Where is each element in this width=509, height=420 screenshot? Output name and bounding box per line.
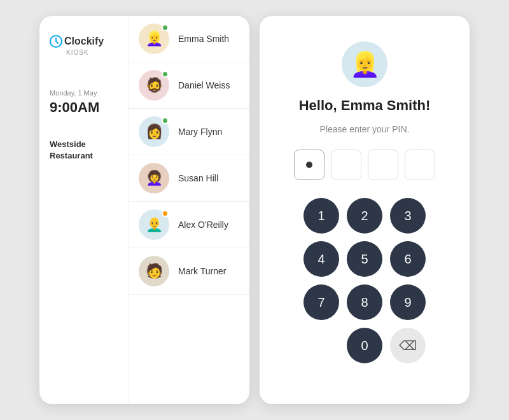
- avatar-wrapper-alex: 👨‍🦲: [139, 209, 169, 240]
- employee-name-mark: Mark Turner: [178, 266, 226, 276]
- employee-name-mary: Mary Flynn: [178, 127, 222, 137]
- pin-dot-1: [306, 162, 312, 168]
- pin-box-1[interactable]: [294, 150, 324, 180]
- employee-item-daniel[interactable]: 🧔Daniel Weiss: [129, 62, 249, 109]
- date-display: Monday, 1 May: [50, 89, 99, 97]
- logo: Clockify: [50, 35, 104, 48]
- avatar-wrapper-daniel: 🧔: [139, 70, 169, 101]
- logo-text: Clockify: [64, 36, 104, 47]
- sidebar: Clockify KIOSK Monday, 1 May 9:00AM West…: [39, 16, 129, 404]
- numpad-empty-spacer: [303, 328, 339, 363]
- employee-item-alex[interactable]: 👨‍🦲Alex O'Reilly: [129, 202, 249, 248]
- status-dot-alex: [162, 210, 169, 217]
- pin-box-2[interactable]: [331, 150, 361, 180]
- numpad-btn-backspace[interactable]: ⌫: [390, 328, 426, 363]
- avatar-wrapper-mary: 👩: [139, 116, 169, 147]
- numpad-btn-6[interactable]: 6: [390, 241, 426, 277]
- pin-box-3[interactable]: [368, 150, 398, 180]
- numpad-btn-7[interactable]: 7: [303, 284, 339, 320]
- avatar-wrapper-susan: 👩‍🦱: [139, 163, 169, 193]
- pin-boxes: [294, 150, 435, 180]
- numpad: 1234567890⌫: [303, 198, 426, 363]
- numpad-btn-1[interactable]: 1: [303, 198, 339, 234]
- status-dot-daniel: [162, 71, 169, 78]
- location-display: Westside Restaurant: [50, 139, 93, 162]
- datetime-container: Monday, 1 May 9:00AM: [50, 89, 99, 116]
- employee-name-daniel: Daniel Weiss: [178, 80, 230, 90]
- right-panel: 👱‍♀️ Hello, Emma Smith! Please enter you…: [260, 16, 470, 404]
- numpad-btn-8[interactable]: 8: [347, 284, 382, 320]
- numpad-btn-2[interactable]: 2: [347, 198, 382, 234]
- employee-name-alex: Alex O'Reilly: [178, 220, 228, 230]
- left-panel: Clockify KIOSK Monday, 1 May 9:00AM West…: [39, 16, 249, 404]
- pin-instruction: Please enter your PIN.: [320, 124, 410, 134]
- numpad-btn-5[interactable]: 5: [347, 241, 382, 277]
- logo-subtitle: KIOSK: [66, 49, 104, 56]
- employee-list: 👱‍♀️Emma Smith🧔Daniel Weiss👩Mary Flynn👩‍…: [129, 16, 249, 404]
- clockify-icon: [50, 35, 62, 48]
- employee-name-susan: Susan Hill: [178, 173, 218, 183]
- greeting-text: Hello, Emma Smith!: [299, 97, 431, 114]
- numpad-btn-9[interactable]: 9: [390, 284, 426, 320]
- numpad-btn-0[interactable]: 0: [347, 328, 382, 363]
- status-dot-emma: [162, 24, 169, 31]
- numpad-btn-3[interactable]: 3: [390, 198, 426, 234]
- status-dot-mary: [162, 117, 169, 124]
- numpad-btn-4[interactable]: 4: [303, 241, 339, 277]
- logo-container: Clockify KIOSK: [50, 35, 104, 56]
- avatar-wrapper-mark: 🧑: [139, 256, 169, 286]
- pin-box-4[interactable]: [405, 150, 435, 180]
- employee-item-emma[interactable]: 👱‍♀️Emma Smith: [129, 16, 249, 62]
- employee-item-mark[interactable]: 🧑Mark Turner: [129, 248, 249, 295]
- app-container: Clockify KIOSK Monday, 1 May 9:00AM West…: [27, 3, 482, 417]
- avatar-wrapper-emma: 👱‍♀️: [139, 24, 169, 54]
- selected-user-avatar: 👱‍♀️: [342, 41, 387, 87]
- employee-item-susan[interactable]: 👩‍🦱Susan Hill: [129, 155, 249, 202]
- avatar-mark: 🧑: [139, 256, 169, 286]
- time-display: 9:00AM: [50, 99, 99, 116]
- employee-name-emma: Emma Smith: [178, 34, 229, 44]
- employee-item-mary[interactable]: 👩Mary Flynn: [129, 109, 249, 155]
- avatar-susan: 👩‍🦱: [139, 163, 169, 193]
